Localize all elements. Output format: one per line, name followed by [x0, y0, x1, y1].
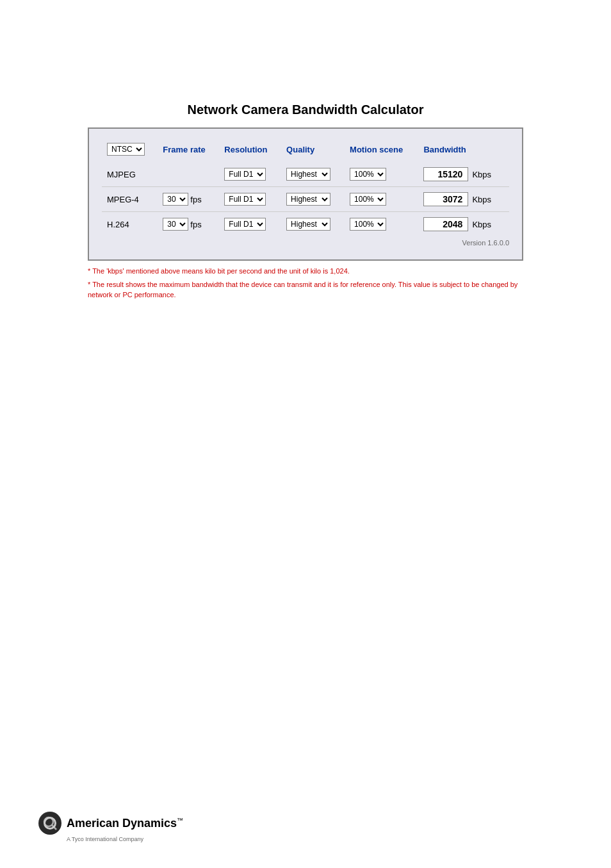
motion-cell[interactable]: 100%75%50%25%	[345, 162, 418, 186]
table-row: MPEG-4302520151051 fpsFull D14CIF2CIFCIF…	[102, 186, 509, 211]
page-title: Network Camera Bandwidth Calculator	[38, 102, 573, 117]
codec-label: MJPEG	[102, 162, 158, 186]
quality-cell[interactable]: HighestHighMediumLowLowest	[281, 162, 345, 186]
quality-select[interactable]: HighestHighMediumLowLowest	[286, 168, 330, 181]
brand-subtitle: A Tyco International Company	[67, 836, 143, 842]
bandwidth-cell: 15120Kbps	[418, 162, 509, 186]
table-row: H.264302520151051 fpsFull D14CIF2CIFCIFQ…	[102, 211, 509, 236]
motion-select[interactable]: 100%75%50%25%	[350, 168, 386, 181]
col-motion-header: Motion scene	[345, 139, 418, 162]
motion-select[interactable]: 100%75%50%25%	[350, 193, 386, 206]
logo-icon	[38, 812, 61, 835]
bandwidth-value: 15120	[423, 167, 468, 181]
svg-point-1	[44, 817, 53, 826]
svg-point-0	[39, 812, 61, 834]
table-row: MJPEGFull D14CIF2CIFCIFQCIFHighestHighMe…	[102, 162, 509, 186]
col-standard: NTSC PAL	[102, 139, 158, 162]
fps-cell[interactable]: 302520151051 fps	[158, 211, 219, 236]
fps-cell	[158, 162, 219, 186]
resolution-cell[interactable]: Full D14CIF2CIFCIFQCIF	[219, 162, 281, 186]
brand-logo: American Dynamics™	[38, 812, 183, 835]
footer: American Dynamics™ A Tyco International …	[38, 812, 183, 842]
col-quality-header: Quality	[281, 139, 345, 162]
col-framerate-header: Frame rate	[158, 139, 219, 162]
motion-cell[interactable]: 100%75%50%25%	[345, 186, 418, 211]
resolution-select[interactable]: Full D14CIF2CIFCIFQCIF	[224, 168, 266, 181]
brand-name: American Dynamics™	[67, 817, 183, 830]
bandwidth-cell: 3072Kbps	[418, 186, 509, 211]
resolution-cell[interactable]: Full D14CIF2CIFCIFQCIF	[219, 211, 281, 236]
quality-select[interactable]: HighestHighMediumLowLowest	[286, 193, 330, 206]
col-resolution-header: Resolution	[219, 139, 281, 162]
bandwidth-value: 2048	[423, 217, 468, 231]
fps-select[interactable]: 302520151051	[163, 218, 188, 231]
notes-section: * The 'kbps' mentioned above means kilo …	[88, 266, 523, 300]
bandwidth-cell: 2048Kbps	[418, 211, 509, 236]
note-1: * The 'kbps' mentioned above means kilo …	[88, 266, 523, 277]
codec-label: H.264	[102, 211, 158, 236]
fps-label: fps	[190, 195, 201, 204]
version-text: Version 1.6.0.0	[102, 239, 509, 247]
fps-cell[interactable]: 302520151051 fps	[158, 186, 219, 211]
standard-select[interactable]: NTSC PAL	[107, 143, 145, 156]
resolution-select[interactable]: Full D14CIF2CIFCIFQCIF	[224, 193, 266, 206]
bandwidth-unit: Kbps	[472, 195, 491, 204]
quality-cell[interactable]: HighestHighMediumLowLowest	[281, 186, 345, 211]
motion-select[interactable]: 100%75%50%25%	[350, 218, 386, 231]
motion-cell[interactable]: 100%75%50%25%	[345, 211, 418, 236]
codec-label: MPEG-4	[102, 186, 158, 211]
fps-label: fps	[190, 220, 201, 229]
bandwidth-unit: Kbps	[472, 220, 491, 229]
bandwidth-unit: Kbps	[472, 170, 491, 179]
resolution-select[interactable]: Full D14CIF2CIFCIFQCIF	[224, 218, 266, 231]
quality-select[interactable]: HighestHighMediumLowLowest	[286, 218, 330, 231]
calculator-box: NTSC PAL Frame rate Resolution Quality M…	[88, 127, 523, 261]
note-2: * The result shows the maximum bandwidth…	[88, 279, 523, 300]
bandwidth-value: 3072	[423, 192, 468, 206]
col-bandwidth-header: Bandwidth	[418, 139, 509, 162]
calculator-table: NTSC PAL Frame rate Resolution Quality M…	[102, 139, 509, 236]
quality-cell[interactable]: HighestHighMediumLowLowest	[281, 211, 345, 236]
resolution-cell[interactable]: Full D14CIF2CIFCIFQCIF	[219, 186, 281, 211]
fps-select[interactable]: 302520151051	[163, 193, 188, 206]
